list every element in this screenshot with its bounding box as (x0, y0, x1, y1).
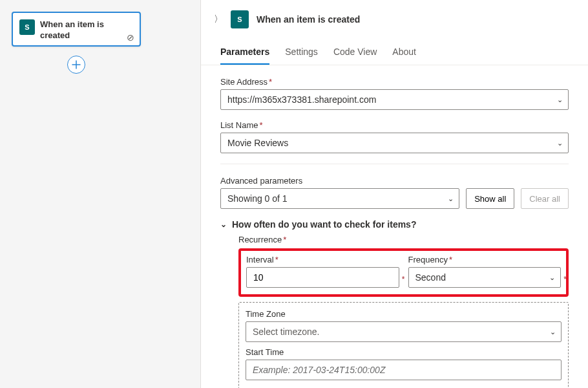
site-address-select[interactable]: https://m365x373381.sharepoint.com ⌄ (220, 89, 569, 110)
sharepoint-icon: S (231, 10, 249, 28)
chevron-down-icon: ⌄ (557, 96, 563, 104)
sharepoint-icon: S (19, 19, 35, 35)
tab-code-view[interactable]: Code View (333, 43, 377, 65)
list-name-value: Movie Reviews (227, 138, 288, 148)
site-address-label: Site Address* (220, 77, 569, 87)
start-time-label: Start Time (246, 347, 562, 357)
tab-about[interactable]: About (392, 43, 416, 65)
panel-title: When an item is created (257, 14, 360, 25)
details-panel: 〉 S When an item is created Parameters S… (200, 0, 588, 388)
site-address-value: https://m365x373381.sharepoint.com (227, 94, 376, 105)
optional-fields-box: Time Zone Select timezone. ⌄ Start Time (238, 302, 569, 388)
chevron-down-icon: ⌄ (448, 195, 454, 203)
chevron-down-icon: ⌄ (549, 274, 555, 282)
timezone-select[interactable]: Select timezone. ⌄ (246, 321, 562, 342)
advanced-params-label: Advanced parameters (220, 176, 569, 186)
link-icon: ⊘ (127, 32, 134, 43)
tab-settings[interactable]: Settings (285, 43, 318, 65)
required-marker: * (563, 275, 567, 284)
interval-input[interactable] (246, 267, 399, 288)
clear-all-button: Clear all (521, 188, 569, 209)
tab-parameters[interactable]: Parameters (220, 43, 269, 65)
add-step-button[interactable] (67, 56, 85, 74)
list-name-select[interactable]: Movie Reviews ⌄ (220, 133, 569, 153)
required-marker: * (402, 275, 405, 284)
frequency-label: Frequency* (408, 255, 562, 264)
frequency-select[interactable]: Second ⌄ (408, 267, 562, 288)
timezone-label: Time Zone (246, 309, 562, 319)
advanced-params-summary: Showing 0 of 1 (227, 193, 288, 204)
collapse-panel-button[interactable]: 〉 (214, 14, 223, 25)
interval-label: Interval* (246, 255, 399, 264)
plus-icon (72, 60, 81, 69)
advanced-params-select[interactable]: Showing 0 of 1 ⌄ (220, 188, 459, 209)
recurrence-section-toggle[interactable]: ⌄ How often do you want to check for ite… (220, 219, 569, 230)
divider (220, 164, 569, 164)
recurrence-label: Recurrence* (238, 235, 569, 244)
list-name-label: List Name* (220, 120, 569, 130)
trigger-card-title: When an item is created (40, 19, 133, 41)
frequency-value: Second (415, 272, 446, 283)
tab-bar: Parameters Settings Code View About (201, 35, 588, 65)
timezone-placeholder: Select timezone. (253, 327, 320, 337)
section-title: How often do you want to check for items… (232, 219, 416, 230)
show-all-button[interactable]: Show all (466, 188, 514, 209)
recurrence-highlight: Interval* * Frequency* Second ⌄ * (238, 248, 569, 297)
start-time-input[interactable] (246, 360, 562, 380)
chevron-down-icon: ⌄ (550, 328, 556, 336)
chevron-down-icon: ⌄ (220, 220, 227, 229)
flow-canvas: S When an item is created ⊘ (0, 0, 200, 388)
trigger-card[interactable]: S When an item is created ⊘ (12, 12, 141, 47)
chevron-down-icon: ⌄ (557, 139, 563, 147)
